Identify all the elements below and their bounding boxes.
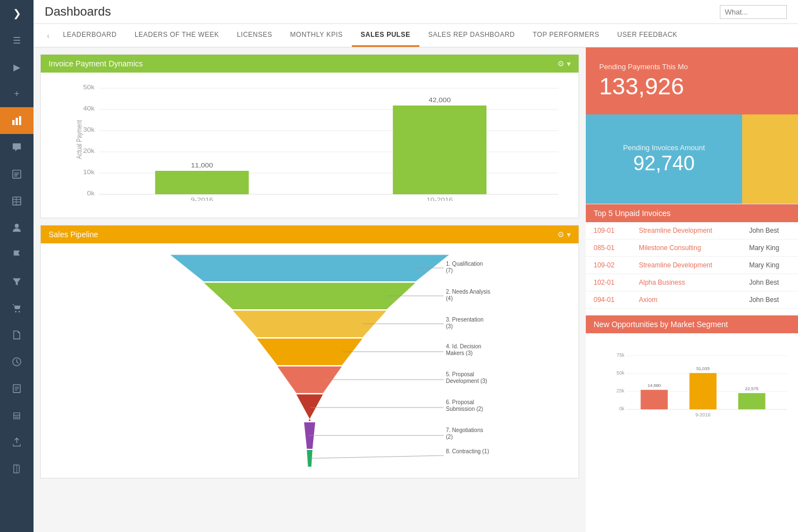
svg-text:(3): (3) <box>446 323 453 329</box>
invoice-id[interactable]: 109-02 <box>586 257 631 274</box>
sidebar-icon-filter[interactable] <box>0 268 34 295</box>
table-row: 109-01 Streamline Development John Best <box>586 222 798 239</box>
invoice-company[interactable]: Alpha Business <box>631 274 741 291</box>
svg-line-74 <box>312 456 444 458</box>
page-title: Dashboards <box>45 4 111 19</box>
invoice-menu-button[interactable]: ▾ <box>567 59 571 68</box>
svg-rect-20 <box>15 417 18 418</box>
sidebar: ❯ ☰ ▶ + <box>0 0 34 532</box>
svg-text:(4): (4) <box>446 295 453 301</box>
svg-text:(2): (2) <box>446 434 453 440</box>
sidebar-icon-document[interactable] <box>0 322 34 348</box>
invoice-id[interactable]: 102-01 <box>586 274 631 291</box>
svg-rect-2 <box>19 116 21 125</box>
svg-text:10k: 10k <box>83 169 95 175</box>
tab-leaderboard[interactable]: LEADERBOARD <box>54 24 126 47</box>
pending-invoices-block: Pending Invoices Amount 92,740 <box>586 114 742 204</box>
table-row: 109-02 Streamline Development Mary King <box>586 257 798 274</box>
sidebar-icon-plus[interactable]: + <box>0 80 34 107</box>
invoice-payment-title: Invoice Payment Dynamics <box>49 59 143 68</box>
sales-pipeline-title: Sales Pipeline <box>49 230 98 239</box>
tab-sales-pulse[interactable]: SALES PULSE <box>352 24 419 47</box>
tab-leaders-of-week[interactable]: LEADERS OF THE WEEK <box>126 24 228 47</box>
svg-text:9-2016: 9-2016 <box>695 412 710 417</box>
bar-9-2016 <box>155 171 249 194</box>
new-opps-svg: 0k 25k 50k 75k 14,680 5 <box>608 339 792 417</box>
sidebar-icon-clock[interactable] <box>0 348 34 375</box>
svg-text:0k: 0k <box>87 190 95 196</box>
pipeline-menu-button[interactable]: ▾ <box>567 230 571 239</box>
svg-text:50k: 50k <box>617 370 625 376</box>
sidebar-icon-report[interactable] <box>0 161 34 188</box>
sidebar-icon-cart[interactable] <box>0 295 34 322</box>
svg-rect-1 <box>16 118 18 125</box>
funnel-svg: 1. Qualification (7) 2. Needs Analysis (… <box>46 249 573 472</box>
svg-text:Actual Payment: Actual Payment <box>75 119 83 159</box>
invoice-company[interactable]: Axiom <box>631 291 741 309</box>
sidebar-icon-chart[interactable] <box>0 107 34 134</box>
svg-point-13 <box>18 311 20 313</box>
nav-back-button[interactable]: ‹ <box>42 25 54 47</box>
svg-text:6. Proposal: 6. Proposal <box>446 399 475 405</box>
tab-top-performers[interactable]: TOP PERFORMERS <box>524 24 608 47</box>
svg-text:Development (3): Development (3) <box>446 378 488 384</box>
invoice-settings-button[interactable]: ⚙ <box>557 59 565 68</box>
sales-pipeline-card: Sales Pipeline ⚙ ▾ <box>40 225 579 478</box>
sidebar-expand-button[interactable]: ❯ <box>0 0 34 27</box>
tab-monthly-kpis[interactable]: MONTHLY KPIS <box>281 24 352 47</box>
invoice-payment-card: Invoice Payment Dynamics ⚙ ▾ Actual Paym… <box>40 54 579 218</box>
tab-licenses[interactable]: LICENSES <box>228 24 281 47</box>
svg-text:22,575: 22,575 <box>745 386 758 391</box>
sidebar-icon-flag[interactable] <box>0 241 34 268</box>
search-input[interactable] <box>720 5 787 19</box>
tab-user-feedback[interactable]: USER FEEDBACK <box>608 24 686 47</box>
invoice-id[interactable]: 085-01 <box>586 239 631 257</box>
sidebar-icon-export[interactable] <box>0 429 34 456</box>
sidebar-icon-person[interactable] <box>0 214 34 241</box>
table-row: 094-01 Axiom John Best <box>586 291 798 309</box>
left-panel: Invoice Payment Dynamics ⚙ ▾ Actual Paym… <box>34 47 586 532</box>
svg-text:42,000: 42,000 <box>429 97 451 103</box>
svg-point-12 <box>15 311 17 313</box>
svg-text:14,680: 14,680 <box>648 384 661 389</box>
invoice-person: Mary King <box>741 239 798 257</box>
tab-sales-rep-dashboard[interactable]: SALES REP DASHBOARD <box>419 24 524 47</box>
pending-payments-value: 133,926 <box>599 73 785 100</box>
pending-invoices-value: 92,740 <box>633 152 695 175</box>
sidebar-icon-menu[interactable]: ☰ <box>0 27 34 54</box>
funnel-container: 1. Qualification (7) 2. Needs Analysis (… <box>41 243 579 478</box>
invoice-company[interactable]: Streamline Development <box>631 257 741 274</box>
sidebar-icon-play[interactable]: ▶ <box>0 54 34 80</box>
svg-text:7. Negotiations: 7. Negotiations <box>446 427 484 433</box>
svg-rect-86 <box>690 373 717 409</box>
svg-text:75k: 75k <box>617 352 625 358</box>
sidebar-icon-chat[interactable] <box>0 134 34 161</box>
nav-tabs: ‹ LEADERBOARD LEADERS OF THE WEEK LICENS… <box>34 24 798 47</box>
table-row: 085-01 Milestone Consulting Mary King <box>586 239 798 257</box>
invoice-id[interactable]: 109-01 <box>586 222 631 239</box>
new-opps-header: New Opportunities by Market Segment <box>586 315 798 333</box>
invoice-payment-header: Invoice Payment Dynamics ⚙ ▾ <box>41 55 579 73</box>
svg-text:20k: 20k <box>83 148 95 154</box>
sidebar-icon-note[interactable] <box>0 375 34 402</box>
svg-rect-88 <box>738 393 766 409</box>
svg-text:1. Qualification: 1. Qualification <box>446 261 483 267</box>
svg-text:4. Id. Decision: 4. Id. Decision <box>446 343 481 349</box>
svg-text:2. Needs Analysis: 2. Needs Analysis <box>446 289 491 295</box>
invoice-id[interactable]: 094-01 <box>586 291 631 309</box>
invoice-person: John Best <box>741 274 798 291</box>
svg-text:11,000: 11,000 <box>191 162 213 168</box>
sidebar-icon-table[interactable] <box>0 188 34 214</box>
svg-rect-4 <box>15 172 20 173</box>
svg-rect-7 <box>13 197 21 205</box>
sidebar-icon-book[interactable] <box>0 456 34 482</box>
sidebar-icon-print[interactable] <box>0 402 34 429</box>
pipeline-settings-button[interactable]: ⚙ <box>557 230 565 239</box>
svg-text:Submission (2): Submission (2) <box>446 406 484 412</box>
table-row: 102-01 Alpha Business John Best <box>586 274 798 291</box>
invoice-company[interactable]: Streamline Development <box>631 222 741 239</box>
invoice-company[interactable]: Milestone Consulting <box>631 239 741 257</box>
invoice-chart-container: Actual Payment 0k 10k 20k 30k 40k 50k <box>41 73 579 218</box>
dashboard-content: Invoice Payment Dynamics ⚙ ▾ Actual Paym… <box>34 47 798 532</box>
svg-rect-6 <box>15 176 17 176</box>
